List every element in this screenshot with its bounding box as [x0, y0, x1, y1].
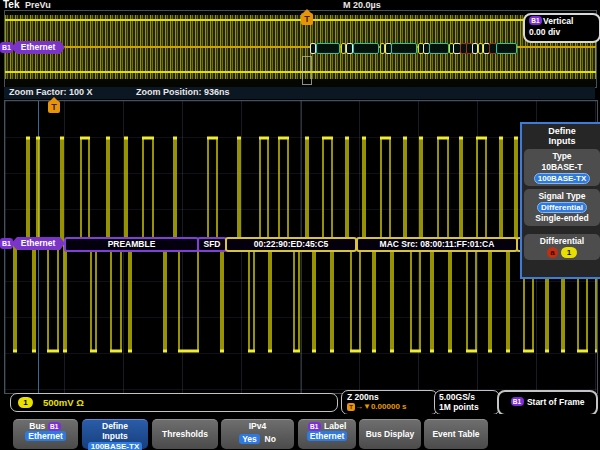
overview-packet: [316, 43, 340, 54]
channel-1-scale: 500mV Ω: [43, 397, 84, 408]
bus-trigger-event-readout: B1 Start of Frame: [497, 390, 598, 416]
zoom-region-bracket[interactable]: [302, 56, 312, 85]
zoom-info-bar: Zoom Factor: 100 X Zoom Position: 936ns: [4, 87, 595, 99]
decode-field-preamble: PREAMBLE: [64, 237, 199, 252]
overview-packet: [429, 43, 449, 54]
overview-packet: [353, 43, 379, 54]
event-table-button[interactable]: Event Table: [424, 419, 488, 449]
ipv4-yes: Yes: [239, 434, 260, 444]
trigger-delay-icon: T: [347, 403, 355, 411]
define-inputs-menu: Define Inputs Type 10BASE-T 100BASE-TX S…: [520, 122, 600, 279]
zoom-factor-readout: Zoom Factor: 100 X: [9, 87, 93, 97]
decode-bus-label: Ethernet: [11, 237, 65, 250]
ipv4-button[interactable]: IPv4 Yes No: [221, 419, 294, 449]
type-label: Type: [525, 151, 599, 162]
decode-field-sfd: SFD: [197, 237, 227, 252]
menu-section-differential-source[interactable]: Differential a1: [524, 234, 600, 260]
channel-1-badge: 1: [18, 397, 33, 408]
define-inputs-value: 100BASE-TX: [88, 442, 142, 450]
menu-title: Define Inputs: [522, 126, 600, 146]
label-button[interactable]: B1 Label Ethernet: [298, 419, 356, 449]
overview-packet: [346, 43, 353, 54]
overview-waveform-bottom-edge: [5, 71, 596, 73]
ipv4-no: No: [265, 434, 276, 444]
decode-field-002290ed45c5: 00:22:90:ED:45:C5: [225, 237, 357, 252]
zoom-position-readout: Zoom Position: 936ns: [136, 87, 230, 97]
bus-value: Ethernet: [25, 431, 65, 441]
tek-logo: Tek: [3, 0, 20, 10]
channel-1-readout[interactable]: 1 500mV Ω: [10, 393, 338, 412]
bus-display-button[interactable]: Bus Display: [359, 419, 421, 449]
trigger-position-marker[interactable]: T: [301, 13, 313, 25]
b1-badge: B1: [48, 422, 61, 431]
option-100base-tx[interactable]: 100BASE-TX: [525, 173, 599, 184]
overview-packet: [391, 43, 417, 54]
bus-vertical-readout: B1Vertical 0.00 div: [523, 13, 600, 43]
b1-badge: B1: [511, 397, 524, 406]
signal-type-label: Signal Type: [525, 191, 599, 202]
bus-button[interactable]: Bus B1 Ethernet: [13, 419, 78, 449]
differential-label: Differential: [525, 236, 599, 247]
channel-1-badge: 1: [561, 247, 577, 258]
option-single-ended[interactable]: Single-ended: [525, 213, 599, 224]
overview-packet: [496, 43, 517, 54]
thresholds-button[interactable]: Thresholds: [152, 419, 218, 449]
overview-bus-label: Ethernet: [11, 41, 65, 54]
differential-source-badges: a1: [525, 247, 599, 258]
b1-badge: B1: [308, 422, 321, 431]
b1-badge: B1: [529, 16, 542, 25]
acquisition-status: PreVu: [25, 0, 51, 10]
label-value: Ethernet: [307, 431, 347, 441]
trigger-delay-readout: T→▼0.00000 s: [347, 402, 437, 412]
option-10base-t[interactable]: 10BASE-T: [525, 162, 599, 173]
zoom-trigger-marker[interactable]: T: [48, 101, 60, 113]
acquisition-readout: 5.00GS/s 1M points: [434, 390, 500, 415]
menu-section-signal-type[interactable]: Signal Type Differential Single-ended: [524, 189, 600, 226]
horizontal-scale-readout: M 20.0µs: [343, 0, 381, 10]
menu-section-type[interactable]: Type 10BASE-T 100BASE-TX: [524, 149, 600, 186]
probe-a-badge: a: [547, 247, 558, 258]
decode-field-macsrc080011: MAC Src: 08:00:11:FF:01:CA: [356, 237, 518, 252]
bottom-menu-bar: Bus B1 Ethernet Define Inputs 100BASE-TX…: [0, 414, 600, 450]
zoom-scale-readout: Z 200ns T→▼0.00000 s: [341, 390, 438, 415]
define-inputs-button[interactable]: Define Inputs 100BASE-TX: [82, 419, 148, 449]
option-differential[interactable]: Differential: [525, 202, 599, 213]
